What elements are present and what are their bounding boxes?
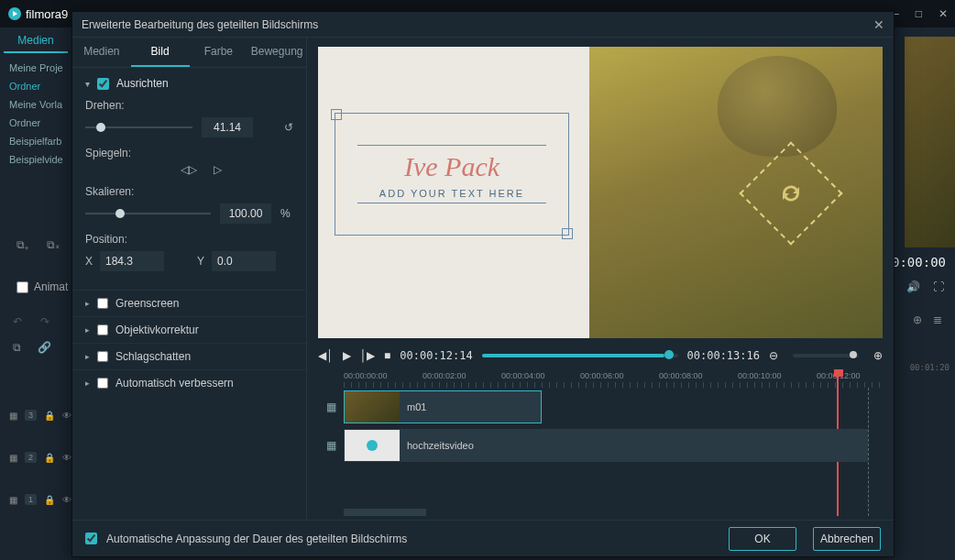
shadow-checkbox[interactable]: [97, 351, 108, 362]
auto-duration-checkbox[interactable]: [85, 533, 97, 544]
bg-sidebar-item[interactable]: Meine Vorla: [0, 95, 71, 114]
add-folder-icon[interactable]: ⧉₊: [16, 238, 28, 251]
zoom-out-icon[interactable]: ⊖: [769, 349, 778, 362]
lens-checkbox[interactable]: [97, 324, 108, 335]
bg-tab-media[interactable]: Medien: [4, 29, 68, 53]
align-section-header[interactable]: ▾ Ausrichten: [85, 77, 293, 90]
chevron-right-icon: ▸: [85, 299, 90, 308]
undo-icon[interactable]: ↶: [13, 315, 22, 328]
bg-animate-label: Animat: [34, 280, 68, 293]
ruler-tick: 00:00:08:00: [659, 371, 703, 380]
bg-track: ▦3🔒👁: [0, 394, 71, 436]
title-box[interactable]: Ive Pack ADD YOUR TEXT HERE: [335, 113, 569, 236]
bg-sidebar-item[interactable]: Beispielfarb: [0, 132, 71, 150]
bg-sidebar-item[interactable]: Ordner: [0, 77, 71, 95]
app-logo-icon: [7, 6, 22, 21]
chevron-right-icon: ▸: [85, 352, 90, 361]
bg-animate-checkbox[interactable]: [16, 281, 28, 293]
scale-unit: %: [280, 207, 293, 220]
timeline-ruler[interactable]: 00:00:00:00 00:00:02:00 00:00:04:00 00:0…: [318, 371, 883, 388]
split-screen-edit-dialog: Erweiterte Bearbeitung des geteilten Bil…: [71, 11, 895, 557]
align-checkbox[interactable]: [97, 78, 109, 90]
clip-label: m01: [407, 401, 426, 412]
flip-vertical-icon[interactable]: ▷: [214, 163, 222, 176]
tab-motion[interactable]: Bewegung: [247, 38, 306, 67]
remove-folder-icon[interactable]: ⧉ₓ: [47, 238, 60, 251]
volume-icon[interactable]: 🔊: [906, 280, 920, 293]
selection-diamond[interactable]: [739, 141, 842, 245]
lock-icon[interactable]: 🔒: [44, 453, 55, 463]
dialog-titlebar: Erweiterte Bearbeitung des geteilten Bil…: [72, 12, 894, 38]
clip-label: hochzeitsvideo: [407, 440, 474, 451]
stop-icon[interactable]: ■: [384, 349, 390, 362]
eye-icon[interactable]: 👁: [62, 495, 71, 505]
clip[interactable]: hochzeitsvideo: [344, 429, 868, 462]
greenscreen-checkbox[interactable]: [97, 298, 108, 309]
greenscreen-label: Greenscreen: [115, 297, 179, 310]
tab-color[interactable]: Farbe: [190, 38, 248, 67]
link-icon[interactable]: 🔗: [38, 341, 51, 354]
ok-button[interactable]: OK: [729, 527, 796, 551]
preview-canvas[interactable]: Ive Pack ADD YOUR TEXT HERE: [318, 47, 883, 338]
position-label: Position:: [85, 233, 293, 246]
progress-bar[interactable]: [482, 354, 678, 357]
pos-y-input[interactable]: [212, 251, 276, 271]
auto-duration-label: Automatische Anpassung der Dauer des get…: [106, 533, 407, 545]
title-main-text: Ive Pack: [345, 151, 559, 182]
prev-frame-icon[interactable]: ◀│: [318, 349, 334, 362]
rotate-value-input[interactable]: [202, 117, 253, 137]
bg-sidebar-item[interactable]: Meine Proje: [0, 59, 71, 77]
video-track-icon[interactable]: ▦: [318, 439, 344, 452]
ruler-tick: 00:00:00:00: [344, 371, 388, 380]
bars-icon[interactable]: ≣: [933, 313, 942, 326]
lock-icon[interactable]: 🔒: [44, 411, 55, 421]
eye-icon[interactable]: 👁: [62, 453, 71, 463]
tab-media[interactable]: Medien: [72, 38, 131, 67]
bg-tracks: ▦3🔒👁 ▦2🔒👁 ▦1🔒👁: [0, 394, 71, 521]
auto-enhance-checkbox[interactable]: [97, 378, 108, 389]
bg-animate-row[interactable]: Animat: [16, 280, 68, 293]
flip-horizontal-icon[interactable]: ◁▷: [181, 163, 197, 176]
scale-value-input[interactable]: [220, 203, 271, 224]
bg-sidebar: Meine Proje Ordner Meine Vorla Ordner Be…: [0, 59, 71, 169]
copy-icon[interactable]: ⧉: [13, 341, 21, 354]
redo-icon[interactable]: ↷: [40, 315, 49, 328]
reset-rotate-icon[interactable]: ↺: [284, 121, 293, 134]
video-track-icon[interactable]: ▦: [318, 401, 344, 413]
rotate-slider[interactable]: [85, 121, 192, 134]
eye-icon[interactable]: 👁: [62, 411, 71, 421]
timeline-scrollbar[interactable]: [344, 509, 426, 516]
shadow-row[interactable]: ▸ Schlagschatten: [72, 343, 306, 369]
dialog-title: Erweiterte Bearbeitung des geteilten Bil…: [82, 18, 318, 31]
app-name: filmora9: [26, 7, 68, 21]
bg-mini-ruler: 00:01:20: [910, 363, 950, 372]
fullscreen-icon[interactable]: ⛶: [933, 280, 944, 293]
auto-enhance-row[interactable]: ▸ Automatisch verbessern: [72, 369, 306, 396]
bg-preview-slice: [904, 37, 955, 247]
greenscreen-row[interactable]: ▸ Greenscreen: [72, 290, 306, 316]
scale-slider[interactable]: [85, 207, 211, 220]
close-app-button[interactable]: ✕: [939, 7, 948, 20]
lock-icon[interactable]: 🔒: [44, 495, 55, 505]
panel-tabs: Medien Bild Farbe Bewegung: [72, 38, 306, 68]
next-frame-icon[interactable]: │▶: [360, 349, 376, 362]
mirror-label: Spiegeln:: [85, 147, 293, 159]
clock-plus-icon[interactable]: ⊕: [913, 313, 922, 326]
bg-sidebar-item[interactable]: Ordner: [0, 114, 71, 132]
tab-image[interactable]: Bild: [131, 38, 190, 67]
pos-x-input[interactable]: [100, 251, 164, 271]
lens-row[interactable]: ▸ Objektivkorrektur: [72, 316, 306, 343]
scale-label: Skalieren:: [85, 185, 293, 198]
clip[interactable]: m01: [344, 390, 542, 423]
play-icon[interactable]: ▶: [343, 349, 351, 362]
timeline-end-marker: [868, 388, 869, 516]
bg-link-icons: ⧉ 🔗: [13, 341, 51, 354]
zoom-in-icon[interactable]: ⊕: [873, 349, 883, 362]
close-icon[interactable]: ✕: [873, 17, 884, 32]
ruler-tick: 00:00:04:00: [501, 371, 545, 380]
maximize-button[interactable]: □: [916, 7, 922, 20]
svg-point-1: [367, 440, 378, 451]
zoom-slider[interactable]: [793, 354, 859, 357]
cancel-button[interactable]: Abbrechen: [813, 527, 881, 551]
bg-sidebar-item[interactable]: Beispielvide: [0, 150, 71, 169]
